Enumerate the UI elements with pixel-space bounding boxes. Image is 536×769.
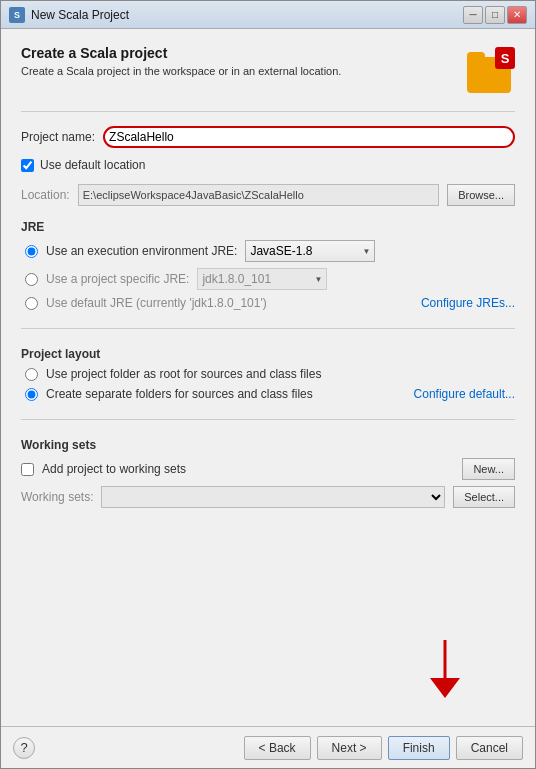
next-button[interactable]: Next > [317,736,382,760]
project-name-row: Project name: [21,126,515,148]
dialog-buttons: < Back Next > Finish Cancel [35,736,523,760]
jre-radio-group: Use an execution environment JRE: JavaSE… [21,240,515,310]
window-icon: S [9,7,25,23]
add-to-working-sets-checkbox[interactable] [21,463,34,476]
jre-specific-dropdown[interactable]: jdk1.8.0_101 ▼ [197,268,327,290]
jre-environment-value: JavaSE-1.8 [250,244,312,258]
project-layout-title: Project layout [21,347,515,361]
project-layout-section: Project layout Use project folder as roo… [21,343,515,405]
layout-option1-row: Use project folder as root for sources a… [25,367,515,381]
jre-section: JRE Use an execution environment JRE: Ja… [21,216,515,314]
minimize-button[interactable]: ─ [463,6,483,24]
header-text: Create a Scala project Create a Scala pr… [21,45,341,77]
cancel-button[interactable]: Cancel [456,736,523,760]
page-header: Create a Scala project Create a Scala pr… [21,45,515,93]
bottom-bar: ? < Back Next > Finish Cancel [1,726,535,768]
divider-1 [21,111,515,112]
add-to-working-sets-label: Add project to working sets [42,462,186,476]
layout-option2-row: Create separate folders for sources and … [25,387,515,401]
layout-option2-radio[interactable] [25,388,38,401]
use-default-location-checkbox[interactable] [21,159,34,172]
location-label: Location: [21,188,70,202]
jre-option3-row: Use default JRE (currently 'jdk1.8.0_101… [25,296,515,310]
new-working-set-button[interactable]: New... [462,458,515,480]
jre-option1-radio[interactable] [25,245,38,258]
jre-option2-radio[interactable] [25,273,38,286]
location-input[interactable] [78,184,439,206]
working-sets-title: Working sets [21,438,515,452]
jre-option1-label: Use an execution environment JRE: [46,244,237,258]
use-default-location-row: Use default location [21,158,515,172]
project-name-label: Project name: [21,130,95,144]
location-row: Location: Browse... [21,184,515,206]
scala-logo: S [495,47,515,69]
jre-option2-row: Use a project specific JRE: jdk1.8.0_101… [25,268,515,290]
working-sets-checkbox-row: Add project to working sets New... [21,458,515,480]
finish-arrow [425,640,465,700]
svg-marker-1 [430,678,460,698]
maximize-button[interactable]: □ [485,6,505,24]
chevron-down-icon-2: ▼ [314,275,322,284]
finish-button[interactable]: Finish [388,736,450,760]
working-sets-label: Working sets: [21,490,93,504]
divider-3 [21,419,515,420]
jre-option3-label: Use default JRE (currently 'jdk1.8.0_101… [46,296,267,310]
help-button[interactable]: ? [13,737,35,759]
window-controls: ─ □ ✕ [463,6,527,24]
dialog-content: Create a Scala project Create a Scala pr… [1,29,535,726]
working-sets-section: Working sets Add project to working sets… [21,434,515,512]
divider-2 [21,328,515,329]
close-button[interactable]: ✕ [507,6,527,24]
layout-option2-label: Create separate folders for sources and … [46,387,313,401]
working-sets-select-row: Working sets: Select... [21,486,515,508]
configure-jres-link[interactable]: Configure JREs... [421,296,515,310]
header-icon: S [467,45,515,93]
configure-default-link[interactable]: Configure default... [414,387,515,401]
project-name-input[interactable] [103,126,515,148]
jre-option2-label: Use a project specific JRE: [46,272,189,286]
window: S New Scala Project ─ □ ✕ Create a Scala… [0,0,536,769]
title-bar: S New Scala Project ─ □ ✕ [1,1,535,29]
page-title: Create a Scala project [21,45,341,61]
working-sets-dropdown[interactable] [101,486,445,508]
jre-specific-value: jdk1.8.0_101 [202,272,271,286]
project-layout-radio-group: Use project folder as root for sources a… [21,367,515,401]
browse-button[interactable]: Browse... [447,184,515,206]
jre-option1-row: Use an execution environment JRE: JavaSE… [25,240,515,262]
red-arrow-icon [425,640,465,700]
page-subtitle: Create a Scala project in the workspace … [21,65,341,77]
use-default-location-label: Use default location [40,158,145,172]
arrow-area [21,522,515,710]
jre-option3-radio[interactable] [25,297,38,310]
select-working-sets-button[interactable]: Select... [453,486,515,508]
back-button[interactable]: < Back [244,736,311,760]
chevron-down-icon: ▼ [363,247,371,256]
layout-option1-label: Use project folder as root for sources a… [46,367,321,381]
jre-title: JRE [21,220,515,234]
window-title: New Scala Project [31,8,463,22]
jre-environment-dropdown[interactable]: JavaSE-1.8 ▼ [245,240,375,262]
layout-option1-radio[interactable] [25,368,38,381]
